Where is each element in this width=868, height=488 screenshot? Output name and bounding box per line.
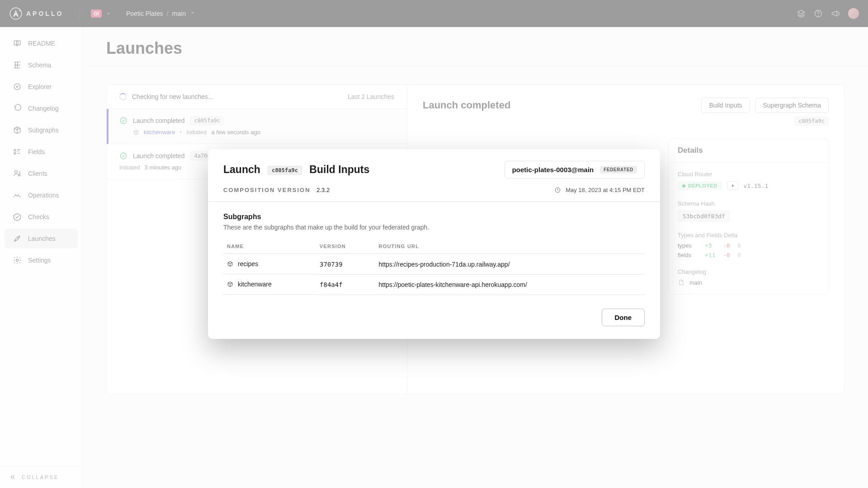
modal-timestamp: May 18, 2023 at 4:15 PM EDT	[566, 187, 645, 193]
subgraphs-section-title: Subgraphs	[223, 213, 645, 221]
col-url: ROUTING URL	[375, 239, 645, 254]
subgraph-name: kitchenware	[238, 281, 272, 288]
subgraph-version: f84a4f	[316, 274, 375, 295]
subgraph-name: recipes	[238, 260, 258, 267]
composition-version-value: 2.3.2	[316, 187, 330, 193]
col-version: VERSION	[316, 239, 375, 254]
subgraph-version: 370739	[316, 254, 375, 275]
graphref-box: poetic-plates-0003@main FEDERATED	[505, 161, 645, 178]
subgraphs-table: NAME VERSION ROUTING URL recipes 370739 …	[223, 239, 645, 295]
table-row: recipes 370739 https://recipes-productio…	[223, 254, 645, 275]
subgraphs-section-desc: These are the subgraphs that make up the…	[223, 224, 645, 231]
build-inputs-modal: Launch c805fa9c Build Inputs poetic-plat…	[208, 149, 660, 339]
clock-icon	[554, 187, 561, 193]
subgraph-url: https://poetic-plates-kitchenware-api.he…	[375, 274, 645, 295]
table-row: kitchenware f84a4f https://poetic-plates…	[223, 274, 645, 295]
modal-overlay[interactable]: Launch c805fa9c Build Inputs poetic-plat…	[0, 0, 868, 488]
modal-hash: c805fa9c	[268, 166, 302, 175]
cube-icon	[227, 261, 233, 267]
composition-version-label: COMPOSITION VERSION	[223, 187, 311, 193]
col-name: NAME	[223, 239, 316, 254]
cube-icon	[227, 281, 233, 287]
modal-title-suffix: Build Inputs	[309, 164, 369, 175]
subgraph-url: https://recipes-production-71da.up.railw…	[375, 254, 645, 275]
done-button[interactable]: Done	[602, 309, 645, 326]
graphref-text: poetic-plates-0003@main	[512, 166, 594, 174]
federated-chip: FEDERATED	[600, 166, 637, 174]
modal-launch-word: Launch	[223, 164, 260, 175]
